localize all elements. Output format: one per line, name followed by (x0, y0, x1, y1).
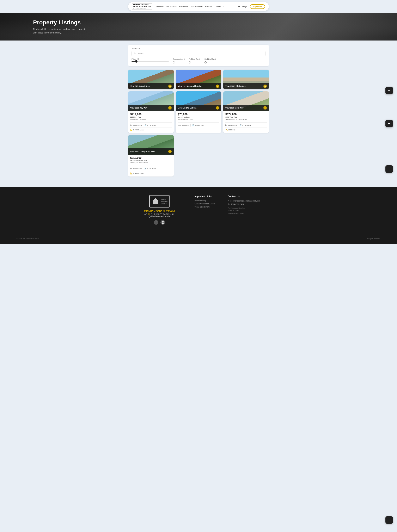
view-button-1676-label: View 1676 Vista Way (225, 107, 243, 109)
stat-beds-lot146: 🛏 0 Bedrooms (178, 124, 189, 127)
float-button-3[interactable]: + (385, 165, 393, 173)
footer-brand-tag: @TheTattooedLender (137, 215, 182, 218)
footer-copyright: © 2024 The Edmondson Team (17, 238, 39, 239)
bed-icon-lot146: 🛏 (178, 124, 180, 126)
property-price-1676: $374,800 (225, 113, 247, 116)
property-card-top-1676: View 1676 Vista Way → (223, 91, 269, 111)
float-button-1[interactable]: + (385, 87, 393, 94)
footer-contact-title: Contact Us (228, 195, 260, 198)
fullbath-filter-label: Full Bath(s): 0 (189, 58, 200, 60)
svg-rect-0 (153, 202, 158, 203)
nav-listings-label: Listings (241, 6, 247, 8)
property-city-862: Athens, TX 75752-5205 (130, 162, 148, 164)
property-stats2-862: 📐 4.00000 Acres (130, 171, 172, 174)
stat-beds-val-862: 0 Bedrooms (133, 168, 142, 170)
property-stats-lot146: 🛏 0 Bedrooms 🚿 0 Full 0 Half (178, 122, 219, 127)
view-arrow-lot146: → (216, 106, 219, 110)
view-button-11661[interactable]: View 11661 Olivia Court → (223, 83, 269, 89)
halfbath-radio[interactable] (205, 61, 207, 63)
nav-services[interactable]: Our Services (166, 6, 177, 8)
stat-sqft-1676: 📏 1803 Sqft (225, 129, 235, 131)
stat-acres-val-2230: 0.57900 Acres (133, 129, 144, 131)
nav-listings-link[interactable]: Listings (238, 6, 247, 8)
stat-acres-2230: 📐 0.57900 Acres (130, 129, 144, 131)
footer-link-privacy[interactable]: Privacy Policy (195, 200, 215, 202)
stat-baths-1676: 🚿 2 Full 2 Half (239, 124, 251, 127)
footer-contact-section: Contact Us ✉ dedmondson@themortgagelink.… (228, 195, 260, 215)
hero-section: Property Listings Find available propert… (0, 13, 397, 41)
property-card-11661: View 11661 Olivia Court → (223, 70, 269, 89)
property-address-2230: 2230 Key Way (130, 116, 146, 118)
property-stats-2230: 🛏 0 Bedrooms 🚿 0 Full 0 Half (130, 122, 172, 127)
view-button-2230[interactable]: View 2230 Key Way → (128, 105, 174, 111)
location-icon (238, 6, 240, 8)
view-button-11661-label: View 11661 Olivia Court (225, 85, 246, 87)
stat-baths-val-lot146: 0 Full 0 Half (195, 124, 204, 126)
search-input[interactable] (137, 53, 263, 55)
view-button-lot146[interactable]: View Lot 146 La Bota → (176, 105, 221, 111)
view-button-1011[interactable]: View 1011 Castroville Drive → (176, 83, 221, 89)
property-card-1676: View 1676 Vista Way → $374,800 1676 Vist… (223, 91, 269, 133)
view-button-1676[interactable]: View 1676 Vista Way → (223, 105, 269, 111)
search-box: Search: 0 Price: All Bedroom(s): 0 Full … (128, 45, 269, 66)
property-details-2230: $219,900 2230 Key Way Midlothian, TX 760… (128, 111, 174, 133)
property-details-lot146: $75,000 Lot 146 La Bota Corsicana, TX 75… (176, 111, 221, 128)
nav-links: About Us Our Services Resources Staff Me… (156, 6, 238, 8)
stat-beds-1676: 🛏 4 Bedrooms (225, 124, 237, 127)
nav-logo-main: EDMONDSON TEAM (133, 4, 151, 6)
property-card-top-11661: View 11661 Olivia Court → (223, 70, 269, 89)
bath-icon-lot146: 🚿 (192, 124, 194, 126)
property-price-lot146: $75,000 (178, 113, 193, 116)
hero-title: Property Listings (33, 19, 87, 26)
property-city-1676: Waxahachie, TX 75165-1730 (225, 118, 247, 120)
view-arrow-518: → (168, 85, 172, 88)
nav-about[interactable]: About Us (156, 6, 164, 8)
apply-now-button[interactable]: Apply Now (250, 4, 265, 9)
property-card-1011: View 1011 Castroville Drive → (176, 70, 221, 89)
view-arrow-2230: → (168, 106, 172, 110)
contact-email[interactable]: dedmondson@themortgagelink.com (230, 200, 260, 202)
footer-link-nmls[interactable]: NMLS Consumer Access (195, 203, 215, 205)
bed-icon-862: 🛏 (130, 168, 132, 170)
bedroom-filter-label: Bedroom(s): 0 (173, 58, 185, 60)
bath-icon-2230: 🚿 (144, 124, 147, 126)
bedroom-radio-group (173, 61, 185, 63)
filter-row: Price: All Bedroom(s): 0 Full Bath(s): 0… (131, 58, 266, 63)
footer-company: The Mortgage Link, Inc. (228, 207, 260, 210)
bed-icon-1676: 🛏 (225, 124, 227, 126)
instagram-icon[interactable] (161, 220, 165, 225)
view-button-518-label: View 518 S Clark Road (130, 85, 150, 87)
view-button-518[interactable]: View 518 S Clark Road → (128, 83, 174, 89)
nav-right: Listings Apply Now (238, 4, 265, 9)
property-address-lot146: Lot 146 La Bota (178, 116, 193, 118)
fullbath-radio[interactable] (189, 61, 191, 63)
footer-links-section: Important Links Privacy Policy NMLS Cons… (195, 195, 215, 209)
contact-phone[interactable]: (214) 516-2401 (231, 203, 244, 205)
property-price-862: $818,960 (130, 156, 148, 159)
stat-acres-862: 📐 4.00000 Acres (130, 172, 144, 174)
float-button-2[interactable]: + (385, 120, 393, 127)
halfbath-filter: Half Bath(s): 0 (205, 58, 217, 63)
nav-reviews[interactable]: Reviews (205, 6, 212, 8)
contact-email-item: ✉ dedmondson@themortgagelink.com (228, 200, 260, 202)
price-filter-label: Price: All (131, 58, 169, 60)
price-slider[interactable] (131, 61, 169, 61)
facebook-icon[interactable]: f (154, 220, 158, 225)
property-card-2230: View 2230 Key Way → $219,900 2230 Key Wa… (128, 91, 174, 133)
bedroom-radio[interactable] (173, 61, 175, 63)
nav-staff[interactable]: Staff Members (191, 6, 203, 8)
acres-icon-2230: 📐 (130, 129, 133, 131)
nav-resources[interactable]: Resources (179, 6, 188, 8)
stat-beds-2230: 🛏 0 Bedrooms (130, 124, 142, 127)
search-icon (134, 52, 136, 55)
nav-contact[interactable]: Contact Us (215, 6, 224, 8)
view-arrow-11661: → (263, 85, 267, 88)
property-card-top-2230: View 2230 Key Way → (128, 91, 174, 111)
footer-link-texas[interactable]: Texas Disclaimers (195, 206, 215, 208)
property-stats-862: 🛏 0 Bedrooms 🚿 0 Full 0 Half (130, 166, 172, 170)
property-price-2230: $219,900 (130, 113, 146, 116)
stat-baths-lot146: 🚿 0 Full 0 Half (192, 124, 204, 127)
stat-beds-val-2230: 0 Bedrooms (133, 124, 142, 126)
sqft-icon-1676: 📏 (225, 129, 228, 131)
view-button-862[interactable]: View 862 County Road 3800 → (128, 148, 174, 155)
